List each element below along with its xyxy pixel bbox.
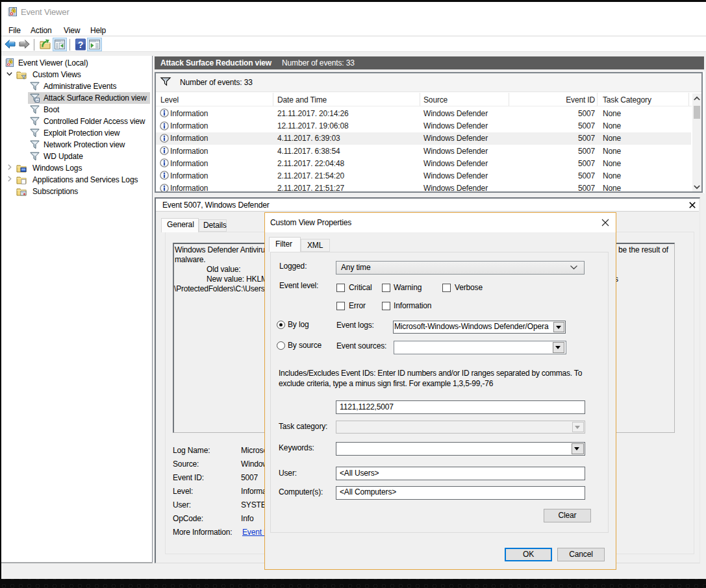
svg-text:?: ?: [78, 40, 83, 50]
